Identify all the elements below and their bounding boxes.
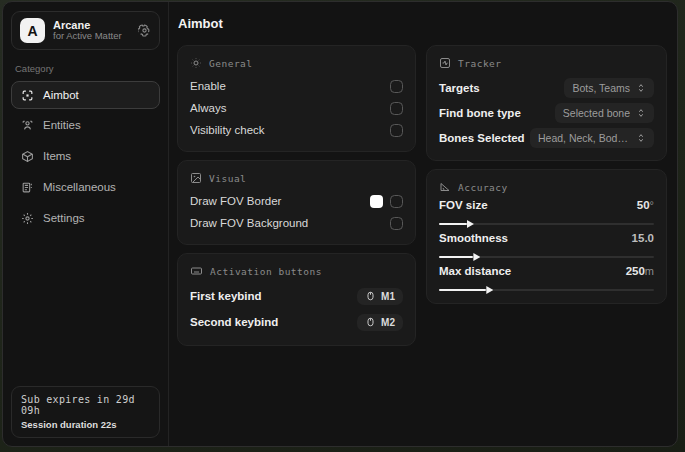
row-label: Bones Selected [439,132,530,144]
cube-icon [20,150,34,163]
slider-row-smoothness: Smoothness 15.0 [439,232,654,258]
visual-card: Visual Draw FOV Border Draw FOV Backgrou… [177,160,416,245]
visibility-check-checkbox[interactable] [390,124,403,137]
accuracy-card: Accuracy FOV size 50° [426,169,667,304]
toggle-row-enable: Enable [190,75,403,97]
unfold-arrows-icon [636,83,646,93]
mouse-icon [365,317,376,327]
select-row-bones-selected: Bones Selected Head, Neck, Body, Pe… [439,125,654,150]
sidebar-item-label: Entities [43,119,81,131]
second-keybind-button[interactable]: M2 [357,314,403,331]
brand-text: Arcane for Active Matter [53,19,130,43]
gear-icon [20,212,34,225]
page-title: Aimbot [178,16,667,31]
brand-card: A Arcane for Active Matter [11,11,160,50]
brand-avatar: A [20,18,45,43]
row-label: First keybind [190,290,357,302]
sidebar-nav: Aimbot Entities [11,81,160,233]
scan-crosshair-icon [20,89,34,102]
sidebar-item-entities[interactable]: Entities [11,111,160,139]
enable-checkbox[interactable] [390,80,403,93]
sidebar-item-label: Aimbot [43,89,79,101]
right-column: Tracker Targets Bots, Teams [426,45,667,304]
slider-fill [439,223,467,225]
card-title: Visual [209,173,246,184]
toggle-row-always: Always [190,97,403,119]
sidebar-item-aimbot[interactable]: Aimbot [11,81,160,109]
sidebar-item-settings[interactable]: Settings [11,204,160,232]
fov-border-color-swatch[interactable] [370,195,383,208]
keyboard-icon [190,265,203,277]
category-label: Category [15,63,156,74]
smoothness-slider[interactable] [439,256,654,258]
slider-fill [439,289,486,291]
game-background: A Arcane for Active Matter Category [0,0,685,452]
slider-row-fov-size: FOV size 50° [439,199,654,225]
keybind-value: M2 [381,317,395,328]
unfold-arrows-icon [636,108,646,118]
row-label: Always [190,102,390,114]
row-label: Targets [439,82,564,94]
angle-icon [439,181,451,193]
keybind-value: M1 [381,291,395,302]
slider-thumb[interactable] [486,286,493,294]
row-label: FOV size [439,199,637,211]
activation-buttons-card: Activation buttons First keybind M1 [177,253,416,346]
fov-border-checkbox[interactable] [390,195,403,208]
select-row-find-bone-type: Find bone type Selected bone [439,100,654,125]
slider-unit: ° [650,199,654,211]
slider-thumb[interactable] [467,220,474,228]
row-label: Visibility check [190,124,390,136]
left-column: General Enable Always Visibility check [177,45,416,346]
card-title: Tracker [458,58,502,69]
row-label: Max distance [439,265,626,277]
mouse-icon [365,291,376,301]
slider-value: 15.0 [632,232,654,244]
select-row-targets: Targets Bots, Teams [439,75,654,100]
row-label: Draw FOV Border [190,195,370,207]
fov-size-slider[interactable] [439,223,654,225]
sidebar: A Arcane for Active Matter Category [3,2,169,446]
toggle-row-fov-border: Draw FOV Border [190,190,403,212]
card-title: Activation buttons [210,266,322,277]
dropdown-value: Head, Neck, Body, Pe… [538,132,630,144]
keybind-row-first: First keybind M1 [190,283,403,309]
sidebar-item-label: Items [43,150,71,162]
list-panel-icon [20,181,34,194]
slider-row-max-distance: Max distance 250m [439,265,654,291]
toggle-row-visibility-check: Visibility check [190,119,403,141]
general-card: General Enable Always Visibility check [177,45,416,152]
row-label: Find bone type [439,107,555,119]
max-distance-slider[interactable] [439,289,654,291]
slider-thumb[interactable] [473,253,480,261]
sun-adjust-icon [190,57,202,69]
unfold-arrows-icon [636,133,646,143]
sub-expiry-text: Sub expires in 29d 09h [21,394,150,416]
bones-selected-dropdown[interactable]: Head, Neck, Body, Pe… [530,128,654,148]
card-title: General [209,58,253,69]
card-title: Accuracy [458,182,508,193]
slider-unit: m [645,265,654,277]
sidebar-item-items[interactable]: Items [11,142,160,170]
fov-background-checkbox[interactable] [390,217,403,230]
arcane-menu-window: A Arcane for Active Matter Category [2,1,678,447]
row-label: Draw FOV Background [190,217,390,229]
sidebar-spacer [11,233,160,386]
row-label: Enable [190,80,390,92]
targets-dropdown[interactable]: Bots, Teams [564,78,654,98]
session-duration-text: Session duration 22s [21,419,150,430]
sidebar-item-miscellaneous[interactable]: Miscellaneous [11,173,160,201]
subscription-card: Sub expires in 29d 09h Session duration … [11,386,160,438]
row-label: Smoothness [439,232,632,244]
gear-icon[interactable] [138,24,151,37]
slider-fill [439,256,473,258]
always-checkbox[interactable] [390,102,403,115]
slider-value: 50 [637,199,650,211]
keybind-row-second: Second keybind M2 [190,309,403,335]
sidebar-item-label: Settings [43,212,85,224]
first-keybind-button[interactable]: M1 [357,288,403,305]
toggle-row-fov-background: Draw FOV Background [190,212,403,234]
slider-value: 250 [626,265,645,277]
brand-subtitle: for Active Matter [53,31,130,42]
find-bone-type-dropdown[interactable]: Selected bone [555,103,654,123]
